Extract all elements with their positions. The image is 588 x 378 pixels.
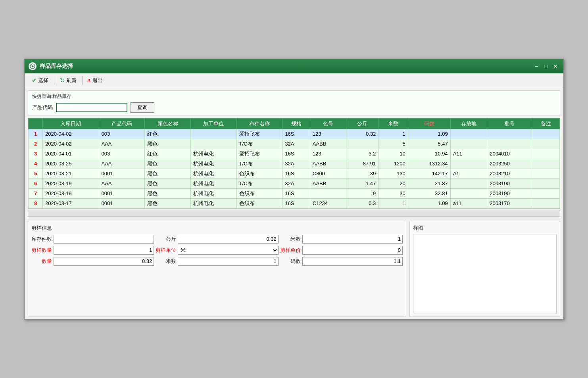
table-row[interactable]: 72020-03-190001黑色杭州电化色织布16S93032.8120031… [29, 188, 560, 198]
table-row[interactable]: 32020-04-01003红色杭州电化爱招飞布16S1233.21010.94… [29, 149, 560, 159]
cut-info-title: 剪样信息 [31, 224, 403, 232]
maximize-button[interactable]: □ [542, 62, 550, 70]
cut-unit-label: 剪样单位 [156, 247, 176, 254]
main-window: 样品库存选择 − □ ✕ ✔ 选择 ↻ 刷新 ⩰ 退出 快捷查询:样品库存 产品… [24, 59, 564, 320]
query-button[interactable]: 查询 [131, 102, 154, 113]
select-label: 选择 [38, 77, 48, 84]
close-button[interactable]: ✕ [551, 62, 559, 70]
bottom-section: 剪样信息 库存件数 公斤 米数 剪样数量 剪样单位 米 码 件 剪样单价 [25, 219, 563, 319]
col-remark: 备注 [532, 118, 560, 129]
col-product: 产品代码 [99, 118, 145, 129]
sample-view-title: 样图 [413, 224, 557, 232]
table-row[interactable]: 52020-03-210001黑色杭州电化色织布16SC30039130142.… [29, 169, 560, 178]
cut-unit-select[interactable]: 米 码 件 [178, 246, 278, 255]
title-bar-left: 样品库存选择 [29, 62, 73, 70]
cut-qty-label: 剪样数量 [31, 247, 52, 254]
kg-input[interactable] [178, 235, 278, 244]
col-yards: 码数 [408, 118, 450, 129]
select-button[interactable]: ✔ 选择 [29, 76, 52, 85]
col-colornum: 色号 [310, 118, 346, 129]
sample-image-area [413, 234, 557, 313]
exit-icon: ⩰ [88, 77, 91, 84]
title-bar: 样品库存选择 − □ ✕ [25, 59, 563, 73]
col-date: 入库日期 [43, 118, 99, 129]
data-table: 入库日期 产品代码 颜色名称 加工单位 布种名称 规格 色号 公斤 米数 码数 … [28, 118, 560, 209]
exit-label: 退出 [92, 77, 103, 84]
separator-1 [54, 76, 54, 85]
window-title: 样品库存选择 [40, 63, 73, 70]
horizontal-scrollbar[interactable] [28, 211, 560, 217]
col-spec: 规格 [282, 118, 310, 129]
cut-qty-input[interactable] [54, 246, 154, 255]
table-row[interactable]: 22020-04-02AAA黑色T/C布32AAABB55.47 [29, 139, 560, 149]
yards2-input[interactable] [302, 257, 403, 266]
search-panel-title: 快捷查询:样品库存 [32, 93, 556, 100]
app-icon [29, 62, 37, 70]
table-header-row: 入库日期 产品代码 颜色名称 加工单位 布种名称 规格 色号 公斤 米数 码数 … [29, 118, 560, 129]
title-controls: − □ ✕ [532, 62, 559, 70]
refresh-button[interactable]: ↻ 刷新 [57, 76, 80, 85]
qty-label: 数量 [31, 258, 52, 265]
product-code-input[interactable] [56, 103, 127, 112]
meters2-label: 米数 [156, 258, 176, 265]
col-fabric: 布种名称 [236, 118, 282, 129]
refresh-icon: ↻ [60, 77, 65, 84]
table-row[interactable]: 42020-03-25AAA黑色杭州电化T/C布32AAABB87.911200… [29, 159, 560, 169]
separator-2 [82, 76, 83, 85]
col-color: 颜色名称 [145, 118, 191, 129]
col-kg: 公斤 [346, 118, 379, 129]
select-icon: ✔ [32, 77, 37, 84]
toolbar: ✔ 选择 ↻ 刷新 ⩰ 退出 [25, 73, 563, 88]
sample-view-panel: 样图 [409, 221, 560, 317]
cut-price-input[interactable] [302, 246, 403, 255]
product-code-label: 产品代码 [32, 104, 53, 111]
stock-qty-input[interactable] [54, 235, 154, 244]
col-storage: 存放地 [450, 118, 487, 129]
table-row[interactable]: 12020-04-02003红色爱招飞布16S1230.3211.09 [29, 129, 560, 139]
meters2-input[interactable] [178, 257, 278, 266]
cut-info-panel: 剪样信息 库存件数 公斤 米数 剪样数量 剪样单位 米 码 件 剪样单价 [28, 221, 406, 317]
col-rownum [29, 118, 43, 129]
stock-qty-label: 库存件数 [31, 236, 52, 243]
kg-label: 公斤 [156, 236, 176, 243]
minimize-button[interactable]: − [532, 62, 540, 70]
refresh-label: 刷新 [66, 77, 77, 84]
data-table-container: 入库日期 产品代码 颜色名称 加工单位 布种名称 规格 色号 公斤 米数 码数 … [28, 118, 560, 209]
col-factory: 加工单位 [190, 118, 236, 129]
yards2-label: 码数 [280, 258, 301, 265]
exit-button[interactable]: ⩰ 退出 [85, 76, 106, 85]
qty-input[interactable] [54, 257, 154, 266]
meters-input[interactable] [302, 235, 403, 244]
cut-info-grid: 库存件数 公斤 米数 剪样数量 剪样单位 米 码 件 剪样单价 数量 [31, 235, 403, 266]
meters-label: 米数 [280, 236, 301, 243]
table-row[interactable]: 82020-03-170001黑色杭州电化色织布16SC12340.311.09… [29, 198, 560, 208]
cut-price-label: 剪样单价 [280, 247, 301, 254]
col-batch: 批号 [487, 118, 532, 129]
col-meters: 米数 [379, 118, 408, 129]
search-panel: 快捷查询:样品库存 产品代码 查询 [28, 90, 560, 115]
table-row[interactable]: 62020-03-19AAA黑色杭州电化T/C布32AAABB1.472021.… [29, 178, 560, 188]
search-row: 产品代码 查询 [32, 102, 556, 113]
